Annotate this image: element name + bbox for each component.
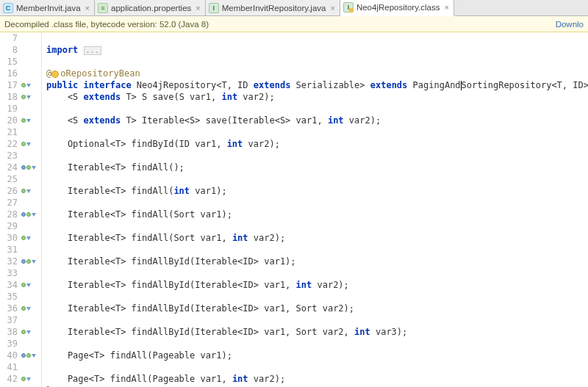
tab-memberinvitrepository-java[interactable]: IMemberInvitRepository.java× bbox=[206, 0, 340, 15]
marker-u-icon[interactable] bbox=[21, 165, 26, 170]
marker-i-icon[interactable] bbox=[26, 142, 31, 146]
gutter-row bbox=[21, 232, 40, 244]
download-link[interactable]: Downlo bbox=[556, 20, 584, 29]
marker-i-icon[interactable] bbox=[32, 213, 36, 217]
marker-b-icon[interactable] bbox=[21, 83, 26, 87]
code-line[interactable]: Iterable<T> findAll(Sort var1); bbox=[46, 209, 588, 220]
editor-tabs: CMemberInvit.java×≡application.propertie… bbox=[0, 0, 588, 16]
marker-b-icon[interactable] bbox=[26, 259, 31, 264]
marker-i-icon[interactable] bbox=[26, 189, 31, 193]
marker-i-icon[interactable] bbox=[32, 166, 36, 170]
line-number: 38 bbox=[0, 326, 18, 338]
code-line[interactable] bbox=[46, 267, 588, 279]
code-line[interactable] bbox=[46, 361, 588, 373]
marker-i-icon[interactable] bbox=[26, 84, 31, 87]
marker-i-icon[interactable] bbox=[26, 236, 31, 240]
marker-b-icon[interactable] bbox=[21, 236, 26, 240]
close-icon[interactable]: × bbox=[330, 4, 334, 12]
marker-i-icon[interactable] bbox=[26, 119, 31, 123]
close-icon[interactable]: × bbox=[444, 3, 448, 12]
gutter-row bbox=[21, 291, 40, 303]
code-line[interactable]: @oRepositoryBean bbox=[46, 68, 588, 79]
gutter-row bbox=[21, 79, 40, 91]
line-number: 24 bbox=[0, 162, 18, 173]
marker-b-icon[interactable] bbox=[26, 212, 31, 217]
marker-i-icon[interactable] bbox=[26, 307, 31, 311]
code-area[interactable]: import ...@oRepositoryBeanpublic interfa… bbox=[42, 32, 588, 387]
code-line[interactable] bbox=[46, 103, 588, 115]
tab-label: MemberInvitRepository.java bbox=[222, 4, 326, 12]
code-line[interactable] bbox=[46, 173, 588, 185]
gutter-row bbox=[21, 173, 40, 185]
marker-b-icon[interactable] bbox=[26, 165, 31, 170]
line-number: 15 bbox=[0, 56, 18, 68]
banner-text: Decompiled .class file, bytecode version… bbox=[4, 20, 209, 29]
code-line[interactable] bbox=[46, 150, 588, 162]
line-number: 23 bbox=[0, 150, 18, 162]
code-line[interactable] bbox=[46, 126, 588, 138]
line-number: 32 bbox=[0, 256, 18, 267]
marker-u-icon[interactable] bbox=[21, 259, 26, 264]
line-number: 41 bbox=[0, 361, 18, 373]
line-number: 35 bbox=[0, 291, 18, 303]
gutter-row bbox=[21, 361, 40, 373]
line-number: 26 bbox=[0, 185, 18, 197]
code-line[interactable]: Iterable<T> findAllById(Iterable<ID> var… bbox=[46, 279, 588, 291]
marker-i-icon[interactable] bbox=[26, 283, 31, 287]
line-number: 27 bbox=[0, 197, 18, 209]
marker-i-icon[interactable] bbox=[26, 330, 31, 334]
code-line[interactable] bbox=[46, 338, 588, 350]
code-line[interactable]: <S extends T> Iterable<S> save(Iterable<… bbox=[46, 115, 588, 126]
marker-b-icon[interactable] bbox=[21, 142, 26, 146]
code-line[interactable] bbox=[46, 291, 588, 303]
code-line[interactable]: Optional<T> findById(ID var1, int var2); bbox=[46, 138, 588, 150]
code-line[interactable] bbox=[46, 220, 588, 232]
marker-b-icon[interactable] bbox=[21, 377, 26, 381]
code-line[interactable] bbox=[46, 244, 588, 256]
code-line[interactable]: Iterable<T> findAllById(Iterable<ID> var… bbox=[46, 303, 588, 314]
code-line[interactable] bbox=[46, 56, 588, 68]
code-line[interactable]: Page<T> findAll(Pageable var1, int var2)… bbox=[46, 373, 588, 385]
code-line[interactable] bbox=[46, 32, 588, 44]
gutter-row bbox=[21, 138, 40, 150]
close-icon[interactable]: × bbox=[196, 4, 200, 12]
tab-application-properties[interactable]: ≡application.properties× bbox=[95, 0, 206, 15]
tab-label: application.properties bbox=[111, 4, 191, 12]
code-line[interactable]: Iterable<T> findAll(Sort var1, int var2)… bbox=[46, 232, 588, 244]
tab-memberinvit-java[interactable]: CMemberInvit.java× bbox=[0, 0, 95, 15]
gutter-row bbox=[21, 326, 40, 338]
line-number: 31 bbox=[0, 244, 18, 256]
code-line[interactable]: <S extends T> S save(S var1, int var2); bbox=[46, 91, 588, 103]
close-icon[interactable]: × bbox=[85, 4, 90, 12]
marker-i-icon[interactable] bbox=[26, 95, 31, 99]
code-line[interactable]: import ... bbox=[46, 44, 588, 56]
tab-label: MemberInvit.java bbox=[16, 4, 81, 12]
code-editor[interactable]: 7815161718192021222324252627282930313233… bbox=[0, 32, 588, 387]
marker-b-icon[interactable] bbox=[21, 330, 26, 334]
code-line[interactable] bbox=[46, 314, 588, 326]
code-line[interactable] bbox=[46, 197, 588, 209]
marker-b-icon[interactable] bbox=[21, 95, 26, 99]
marker-b-icon[interactable] bbox=[21, 283, 26, 287]
code-line[interactable]: Iterable<T> findAllById(Iterable<ID> var… bbox=[46, 326, 588, 338]
code-line[interactable]: Page<T> findAll(Pageable var1); bbox=[46, 350, 588, 361]
line-number: 33 bbox=[0, 267, 18, 279]
gutter-row bbox=[21, 303, 40, 314]
tab-neo4jrepository-class[interactable]: INeo4jRepository.class× bbox=[340, 0, 454, 16]
marker-b-icon[interactable] bbox=[26, 353, 31, 358]
gutter-row bbox=[21, 115, 40, 126]
marker-i-icon[interactable] bbox=[32, 354, 36, 358]
marker-b-icon[interactable] bbox=[21, 118, 26, 123]
marker-u-icon[interactable] bbox=[21, 353, 26, 358]
gutter-row bbox=[21, 150, 40, 162]
code-line[interactable]: public interface Neo4jRepository<T, ID e… bbox=[46, 79, 588, 91]
gutter-row bbox=[21, 244, 40, 256]
marker-b-icon[interactable] bbox=[21, 189, 26, 193]
marker-i-icon[interactable] bbox=[26, 377, 31, 381]
marker-b-icon[interactable] bbox=[21, 306, 26, 311]
code-line[interactable]: Iterable<T> findAll(int var1); bbox=[46, 185, 588, 197]
code-line[interactable]: Iterable<T> findAllById(Iterable<ID> var… bbox=[46, 256, 588, 267]
marker-u-icon[interactable] bbox=[21, 212, 26, 217]
code-line[interactable]: Iterable<T> findAll(); bbox=[46, 162, 588, 173]
marker-i-icon[interactable] bbox=[32, 260, 36, 264]
